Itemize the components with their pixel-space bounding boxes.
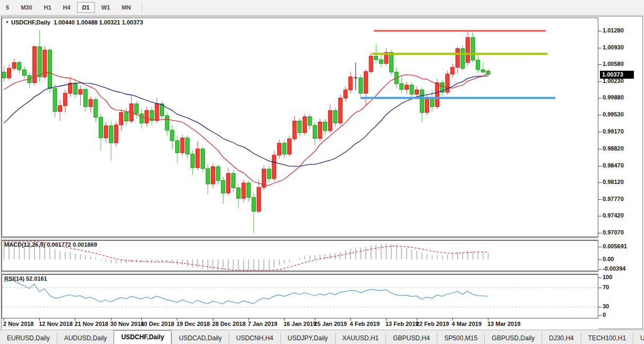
candle	[328, 104, 332, 133]
time-axis-label: 12 Nov 2018	[39, 321, 73, 327]
candle	[73, 79, 77, 98]
price-axis-tick: 0.98470	[603, 162, 624, 169]
candle	[2, 66, 6, 82]
axis-tick-mark	[598, 149, 602, 149]
candle	[58, 99, 62, 121]
candle	[130, 96, 133, 123]
timeframe-button-w1[interactable]: W1	[96, 2, 116, 13]
macd-pane: MACD(12,26,9) 0.001772 0.001869	[2, 240, 598, 271]
candle	[63, 90, 67, 112]
time-axis-label: 13 Feb 2019	[385, 321, 418, 327]
time-axis-label: 25 Jan 2019	[314, 321, 347, 327]
candle	[170, 125, 174, 149]
axis-tick-mark	[598, 269, 602, 270]
candle	[379, 55, 383, 67]
price-axis-tick: 0.97420	[603, 212, 624, 219]
axis-tick-mark	[598, 216, 602, 216]
candle	[303, 114, 306, 136]
price-axis-tick: 0.97770	[603, 196, 624, 202]
candle	[7, 64, 11, 80]
candle	[38, 30, 41, 81]
candle	[323, 119, 327, 135]
chart-title: ▼USDCHF,Daily 1.00440 1.00488 1.00321 1.…	[5, 19, 143, 26]
candle	[43, 46, 47, 79]
price-axis-tick: 1.00580	[603, 61, 624, 67]
candle	[196, 141, 200, 170]
chart-tab-eurusd[interactable]: EURUSD,Daily	[0, 333, 57, 344]
chart-tab-gbpusd[interactable]: GBPUSD,Daily	[484, 333, 542, 344]
candle	[104, 122, 108, 142]
candle	[211, 163, 215, 188]
price-chart-pane: ▼USDCHF,Daily 1.00440 1.00488 1.00321 1.…	[2, 18, 598, 237]
candle	[191, 150, 194, 175]
timeframe-button-5[interactable]: 5	[1, 2, 14, 13]
chart-tab-tech100[interactable]: TECH100,H1	[581, 333, 633, 344]
time-axis-label: 4 Feb 2019	[350, 321, 380, 327]
axis-tick-mark	[598, 64, 602, 65]
macd-axis-tick: -0.00394	[603, 265, 625, 272]
candle	[476, 54, 480, 73]
timeframe-button-h1[interactable]: H1	[39, 2, 57, 13]
axis-tick-mark	[598, 182, 602, 183]
candle	[298, 118, 302, 136]
candle	[124, 107, 128, 125]
price-axis-tick: 0.99880	[603, 94, 624, 100]
candle	[145, 107, 149, 127]
candle	[257, 180, 261, 213]
candle	[84, 88, 88, 112]
chart-tab-gbpusd[interactable]: GBPUSD,H4	[385, 333, 436, 344]
candle	[445, 71, 449, 95]
candle	[339, 95, 342, 126]
candle	[247, 181, 251, 202]
candle	[28, 73, 31, 88]
candle	[231, 170, 235, 192]
candle	[201, 146, 204, 173]
chart-tab-bar: EURUSD,DailyAUDUSD,DailyUSDCHF,DailyUSDC…	[0, 330, 644, 344]
rsi-axis-tick: 70	[603, 284, 609, 290]
axis-tick-mark	[598, 247, 602, 247]
collapse-triangle-icon[interactable]: ▼	[5, 20, 9, 24]
price-axis-tick: 1.00930	[603, 44, 624, 51]
rsi-axis-tick: 0	[603, 312, 606, 318]
axis-tick-mark	[598, 132, 602, 132]
timeframe-button-mn[interactable]: MN	[116, 2, 136, 13]
chart-tab-audusd[interactable]: AUDUSD,Daily	[57, 333, 114, 344]
macd-axis-tick: 0.00	[603, 256, 614, 262]
candle	[242, 180, 245, 202]
chart-tab-usdjpy[interactable]: USDJPY,Daily	[280, 333, 335, 344]
candle	[282, 140, 286, 158]
chart-tab-usdcad[interactable]: USDCAD,Daily	[171, 333, 229, 344]
chart-tab-xauusd[interactable]: XAUUSD,H1	[335, 333, 386, 344]
candle	[18, 61, 21, 73]
chart-tab-usdchf[interactable]: USDCHF,Daily	[114, 330, 171, 344]
chart-tab-usdcnh[interactable]: USDCNH,H4	[229, 333, 280, 344]
price-axis-tick: 0.98820	[603, 145, 624, 152]
chart-tab-dj30[interactable]: DJ30,H4	[542, 333, 581, 344]
price-axis-tick: 1.01280	[603, 27, 624, 33]
time-axis-label: 21 Nov 2018	[74, 321, 108, 327]
axis-tick-mark	[598, 233, 602, 233]
candle	[114, 122, 118, 146]
candle	[354, 63, 357, 90]
rsi-pane: RSI(14) 52.0161	[2, 274, 598, 318]
timeframe-button-m30[interactable]: M30	[15, 2, 37, 13]
candle	[267, 166, 271, 183]
chart-tab-sp500[interactable]: SP500,M15	[437, 333, 485, 344]
candle	[79, 86, 82, 106]
time-axis-label: 13 Mar 2019	[487, 321, 520, 327]
toolbar-separator	[142, 2, 142, 13]
timeframe-button-h4[interactable]: H4	[58, 2, 76, 13]
candle	[369, 53, 373, 73]
candle	[405, 82, 408, 94]
candle	[466, 31, 470, 65]
timeframe-button-d1[interactable]: D1	[77, 2, 95, 13]
axis-tick-mark	[598, 81, 602, 82]
chart-tab-ukc[interactable]: UKC	[633, 333, 644, 344]
candle	[94, 97, 98, 122]
time-axis-label: 16 Jan 2019	[284, 321, 316, 327]
candle	[109, 121, 113, 161]
candle	[12, 58, 16, 71]
chart-symbol-label: USDCHF,Daily	[11, 19, 50, 26]
axis-tick-mark	[598, 278, 602, 278]
candle	[33, 45, 37, 86]
